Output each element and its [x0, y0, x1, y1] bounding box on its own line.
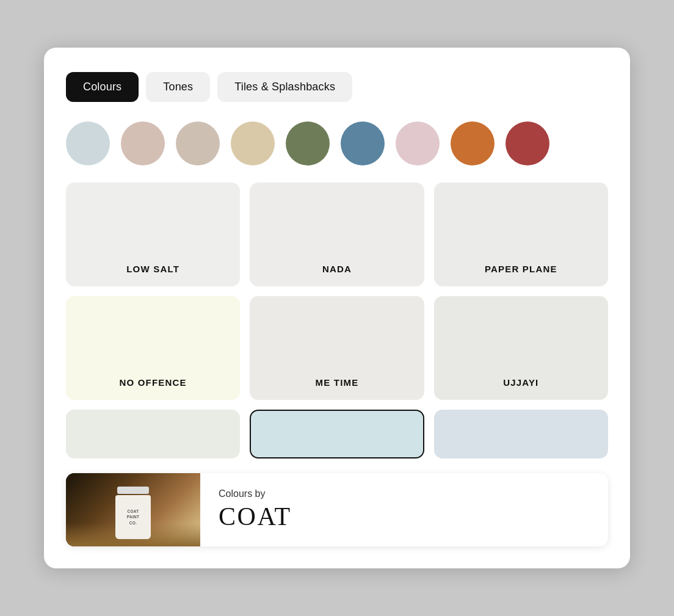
swatch-light-blue[interactable] — [66, 121, 110, 165]
color-card-label-no-offence: NO OFFENCE — [119, 377, 186, 388]
tab-tones[interactable]: Tones — [146, 72, 210, 102]
swatch-sand[interactable] — [231, 121, 275, 165]
color-card-nada[interactable]: NADA — [250, 183, 424, 286]
color-card-label-low-salt: LOW SALT — [126, 264, 179, 274]
swatch-pink-beige[interactable] — [121, 121, 165, 165]
color-card-me-time[interactable]: ME TIME — [250, 296, 424, 400]
swatch-sage-green[interactable] — [286, 121, 330, 165]
coat-banner[interactable]: COATPAINTCO. Colours by COAT — [66, 473, 608, 546]
swatch-blush[interactable] — [396, 121, 440, 165]
banner-brand: COAT — [219, 502, 292, 531]
color-card-label-me-time: ME TIME — [316, 377, 359, 388]
partial-card-2[interactable] — [250, 410, 424, 458]
color-card-no-offence[interactable]: NO OFFENCE — [66, 296, 240, 400]
swatch-slate-blue[interactable] — [341, 121, 385, 165]
swatch-rust-red[interactable] — [506, 121, 549, 165]
swatch-warm-beige[interactable] — [176, 121, 220, 165]
swatch-orange[interactable] — [451, 121, 495, 165]
tab-colours[interactable]: Colours — [66, 72, 139, 102]
color-card-low-salt[interactable]: LOW SALT — [66, 183, 240, 286]
banner-image: COATPAINTCO. — [66, 473, 200, 546]
color-card-label-paper-plane: PAPER PLANE — [485, 264, 557, 274]
main-card: Colours Tones Tiles & Splashbacks LOW SA… — [44, 48, 630, 568]
color-cards-grid: LOW SALT NADA PAPER PLANE NO OFFENCE ME … — [66, 183, 608, 400]
color-card-paper-plane[interactable]: PAPER PLANE — [434, 183, 608, 286]
banner-text: Colours by COAT — [200, 476, 310, 543]
partial-card-3[interactable] — [434, 410, 608, 458]
tabs-container: Colours Tones Tiles & Splashbacks — [66, 72, 608, 102]
tab-tiles-splashbacks[interactable]: Tiles & Splashbacks — [217, 72, 352, 102]
color-card-ujjayi[interactable]: UJJAYI — [434, 296, 608, 400]
banner-subtitle: Colours by — [219, 488, 292, 499]
partial-card-1[interactable] — [66, 410, 240, 458]
swatches-row — [66, 121, 608, 165]
color-card-label-ujjayi: UJJAYI — [503, 377, 538, 388]
partial-cards-row — [66, 410, 608, 458]
color-card-label-nada: NADA — [322, 264, 352, 274]
